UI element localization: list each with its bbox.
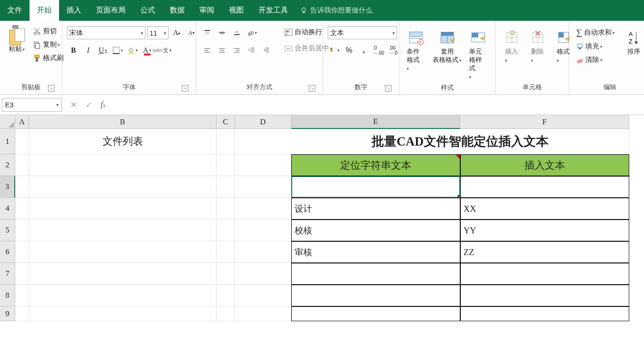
italic-button[interactable]: I — [82, 44, 95, 57]
table-format-button[interactable]: 套用 表格格式▾ — [430, 26, 464, 66]
number-format-combo[interactable]: 文本▾ — [328, 26, 397, 39]
row-header-2[interactable]: 2 — [0, 154, 15, 176]
enter-formula-icon[interactable]: ✓ — [85, 100, 92, 110]
increase-decimal-button[interactable]: .0→.00 — [372, 44, 385, 57]
cell-A4[interactable] — [15, 198, 29, 220]
tab-insert[interactable]: 插入 — [59, 0, 89, 21]
row-header-3[interactable]: 3 — [0, 176, 15, 198]
insert-cells-button[interactable]: 插入▾ — [500, 26, 524, 65]
cell-D4[interactable] — [235, 198, 291, 220]
cell-A9[interactable] — [15, 306, 29, 321]
comma-button[interactable]: , — [357, 44, 370, 57]
align-bottom-button[interactable] — [230, 26, 243, 39]
col-header-C[interactable]: C — [217, 115, 235, 129]
cell-F4[interactable]: XX — [460, 198, 629, 220]
cell-B2[interactable] — [29, 154, 217, 176]
cell-C5[interactable] — [217, 220, 235, 241]
col-header-B[interactable]: B — [29, 115, 217, 129]
cell-E8[interactable] — [291, 285, 460, 306]
cell-A1[interactable] — [15, 129, 29, 154]
cell-B6[interactable] — [29, 241, 217, 263]
spreadsheet-grid[interactable]: A B C D E F 1 文件列表 批量CAD文件智能定位插入文本 2 定位字… — [0, 115, 644, 321]
cell-C8[interactable] — [217, 285, 235, 306]
underline-button[interactable]: U▾ — [96, 44, 109, 57]
cell-A2[interactable] — [15, 154, 29, 176]
align-top-button[interactable] — [201, 26, 214, 39]
cell-A7[interactable] — [15, 263, 29, 285]
cell-F9[interactable] — [460, 306, 629, 321]
row-header-1[interactable]: 1 — [0, 129, 15, 154]
cell-C3[interactable] — [217, 176, 235, 198]
orientation-button[interactable]: ab▾ — [245, 26, 258, 39]
align-right-button[interactable] — [230, 44, 243, 57]
select-all-corner[interactable] — [0, 115, 15, 129]
clipboard-launcher[interactable]: ↘ — [48, 85, 54, 92]
clear-button[interactable]: 清除▾ — [574, 54, 617, 66]
cell-F6[interactable]: ZZ — [460, 241, 629, 263]
font-name-combo[interactable]: 宋体▾ — [67, 26, 145, 39]
tab-data[interactable]: 数据 — [163, 0, 192, 21]
cell-C7[interactable] — [217, 263, 235, 285]
conditional-format-button[interactable]: ≠ 条件格式▾ — [404, 26, 428, 73]
cell-C4[interactable] — [217, 198, 235, 220]
font-color-button[interactable]: A▾ — [141, 44, 154, 57]
align-left-button[interactable] — [201, 44, 214, 57]
cell-F7[interactable] — [460, 263, 629, 285]
copy-button[interactable]: 复制▾ — [30, 39, 66, 50]
cell-F8[interactable] — [460, 285, 629, 306]
indent-increase-button[interactable] — [260, 44, 273, 57]
cell-B5[interactable] — [29, 220, 217, 241]
cell-C2[interactable] — [217, 154, 235, 176]
tell-me[interactable]: 告诉我你想要做什么 — [300, 0, 373, 21]
align-middle-button[interactable] — [216, 26, 229, 39]
cut-button[interactable]: 剪切 — [30, 25, 66, 37]
cell-E6[interactable]: 审核 — [291, 241, 460, 263]
percent-button[interactable]: % — [343, 44, 355, 57]
row-header-9[interactable]: 9 — [0, 306, 15, 321]
cell-A3[interactable] — [15, 176, 29, 198]
tab-home[interactable]: 开始 — [30, 0, 59, 21]
fill-color-button[interactable]: ▾ — [126, 44, 139, 57]
bold-button[interactable]: B — [67, 44, 80, 57]
cell-D7[interactable] — [235, 263, 291, 285]
sort-filter-button[interactable]: AZ 排序 — [622, 26, 644, 58]
decrease-decimal-button[interactable]: .00→.0 — [387, 44, 400, 57]
autosum-button[interactable]: ∑自动求和▾ — [574, 26, 617, 39]
row-header-7[interactable]: 7 — [0, 263, 15, 285]
font-launcher[interactable]: ↘ — [182, 85, 188, 92]
border-button[interactable]: ▾ — [111, 44, 124, 57]
number-launcher[interactable]: ↘ — [385, 85, 391, 92]
row-header-8[interactable]: 8 — [0, 285, 15, 306]
cell-C9[interactable] — [217, 306, 235, 321]
tab-dev[interactable]: 开发工具 — [251, 0, 295, 21]
cell-F2[interactable]: 插入文本 — [460, 154, 629, 176]
cell-F3[interactable] — [460, 176, 629, 198]
col-header-E[interactable]: E — [291, 115, 460, 129]
cell-D5[interactable] — [235, 220, 291, 241]
phonetic-button[interactable]: wén文▾ — [156, 44, 169, 57]
cell-B1[interactable]: 文件列表 — [29, 129, 217, 154]
tab-layout[interactable]: 页面布局 — [89, 0, 133, 21]
col-header-F[interactable]: F — [460, 115, 629, 129]
cell-B7[interactable] — [29, 263, 217, 285]
row-header-5[interactable]: 5 — [0, 220, 15, 241]
cell-F5[interactable]: YY — [460, 220, 629, 241]
accounting-button[interactable]: ¥▾ — [328, 44, 341, 57]
row-header-6[interactable]: 6 — [0, 241, 15, 263]
paste-button[interactable]: 粘贴▾ — [5, 24, 29, 55]
cell-A6[interactable] — [15, 241, 29, 263]
col-header-D[interactable]: D — [235, 115, 291, 129]
cell-E5[interactable]: 校核 — [291, 220, 460, 241]
font-size-combo[interactable]: 11▾ — [147, 26, 169, 39]
cell-E3[interactable] — [291, 176, 460, 198]
cell-D1[interactable] — [235, 129, 291, 154]
cell-E2[interactable]: 定位字符串文本 — [291, 154, 460, 176]
cell-A5[interactable] — [15, 220, 29, 241]
align-launcher[interactable]: ↘ — [309, 85, 315, 92]
tab-file[interactable]: 文件 — [0, 0, 30, 21]
fill-button[interactable]: 填充▾ — [574, 41, 617, 52]
grow-font-button[interactable]: A▴ — [170, 26, 183, 39]
cell-B4[interactable] — [29, 198, 217, 220]
painter-button[interactable]: 格式刷 — [30, 52, 66, 64]
fx-icon[interactable]: fx — [101, 100, 105, 110]
